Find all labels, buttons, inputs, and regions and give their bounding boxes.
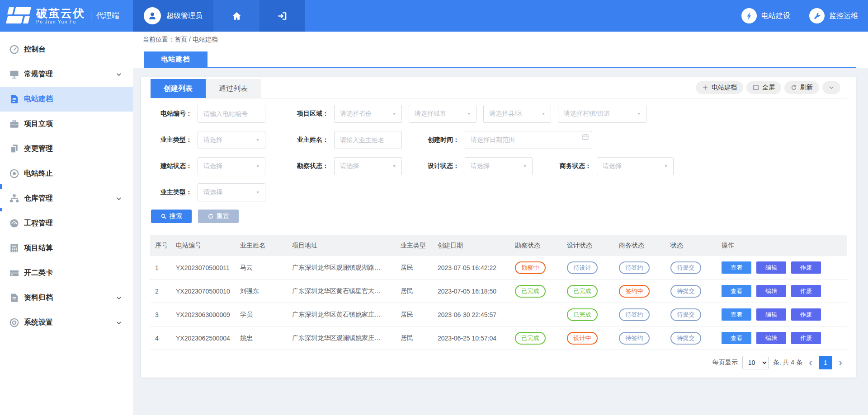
edit-button[interactable]: 编辑: [756, 308, 786, 321]
view-button[interactable]: 查看: [722, 308, 751, 321]
header-quick-links: 电站建设监控运维: [741, 8, 868, 23]
void-button[interactable]: 作废: [791, 261, 821, 274]
cell-owner-type: 居民: [396, 326, 433, 350]
void-button[interactable]: 作废: [791, 332, 821, 344]
filter-region-province-select[interactable]: 请选择省份▼: [334, 105, 402, 123]
view-button[interactable]: 查看: [722, 261, 751, 274]
edit-button[interactable]: 编辑: [756, 261, 786, 274]
caret-down-icon: ▼: [392, 164, 396, 168]
cell-created-date: 2023-06-30 22:45:57: [433, 303, 510, 326]
header-right: 电站建设监控运维: [305, 0, 868, 32]
sidebar-item-archive[interactable]: 电站建档: [0, 87, 133, 112]
filter-owner-name-input[interactable]: [334, 131, 402, 149]
sidebar: 控制台常规管理电站建档项目立项变更管理电站终止仓库管理工程管理项目结算开二类卡资…: [0, 32, 133, 415]
logout-button[interactable]: [259, 0, 305, 32]
sidebar-item-warehouse[interactable]: 仓库管理: [0, 186, 133, 211]
filter-region-town-select[interactable]: 请选择村镇/街道▼: [558, 105, 646, 123]
sidebar-item-label: 电站终止: [24, 169, 53, 178]
filter-owner-type-select[interactable]: 请选择▼: [198, 131, 265, 149]
plus-icon: [702, 84, 708, 91]
status-pill: 待签约: [619, 332, 650, 345]
status-pill: 签约中: [619, 285, 650, 298]
edit-button[interactable]: 编辑: [756, 332, 786, 344]
user-menu[interactable]: 超级管理员: [133, 0, 213, 32]
void-button[interactable]: 作废: [791, 308, 821, 321]
filter-region-county-select[interactable]: 请选择县/区▼: [483, 105, 551, 123]
header-link-label: 监控运维: [829, 11, 858, 21]
sidebar-item-change[interactable]: 变更管理: [0, 136, 133, 161]
view-button[interactable]: 查看: [722, 332, 751, 344]
brand-subtitle: Po Jian Yun Fu: [36, 19, 85, 24]
cell-design-status: 待设计: [562, 256, 614, 280]
cell-survey-status: 已完成: [510, 326, 562, 350]
tab-pass-list[interactable]: 通过列表: [206, 79, 261, 98]
header-link-station-build[interactable]: 电站建设: [741, 8, 790, 23]
refresh-button[interactable]: 刷新: [784, 81, 819, 94]
content-card: 电站建档全屏刷新 创建列表 通过列表 电站编号：项目区域：请选择省份▼请选择城市…: [141, 77, 856, 378]
main: 当前位置：首页 / 电站建档 电站建档 电站建档全屏刷新 创建列表 通过列表 电…: [133, 32, 868, 415]
filter-group-region-city: 请选择城市▼: [409, 105, 476, 123]
stations-table: 序号电站编号业主姓名项目地址业主类型创建日期勘察状态设计状态商务状态状态操作1Y…: [150, 235, 847, 350]
current-page[interactable]: 1: [819, 356, 832, 369]
page-tab[interactable]: 电站建档: [144, 51, 208, 67]
cell-index: 1: [150, 256, 171, 280]
sidebar-item-settlement[interactable]: 项目结算: [0, 236, 133, 261]
sidebar-item-console[interactable]: 控制台: [0, 37, 133, 62]
app-root: 破茧云伏 Po Jian Yun Fu 代理端 超级管理员 电站建设监控运维 控…: [0, 0, 868, 415]
tab-create-list[interactable]: 创建列表: [151, 79, 206, 98]
sidebar-item-label: 项目结算: [24, 243, 53, 253]
cell-status: 待提交: [665, 280, 717, 303]
sidebar-item-general[interactable]: 常规管理: [0, 62, 133, 87]
sidebar-item-files[interactable]: 资料归档: [0, 285, 133, 310]
fullscreen-button[interactable]: 全屏: [746, 81, 781, 94]
page-tab-row: 电站建档: [144, 51, 856, 68]
home-button[interactable]: [213, 0, 259, 32]
filter-group-station-code: 电站编号：: [151, 105, 265, 123]
document-icon: [9, 94, 19, 104]
total-count-label: 条, 共 4 条: [773, 359, 802, 367]
status-pill: 待提交: [670, 332, 701, 345]
sidebar-item-settings[interactable]: 系统设置: [0, 310, 133, 335]
sidebar-item-engineering[interactable]: 工程管理: [0, 211, 133, 236]
cell-station-code: YX2023070500011: [171, 256, 235, 280]
cell-status: 待提交: [665, 326, 717, 350]
column-header: 创建日期: [433, 235, 510, 256]
page-size-select[interactable]: 10: [742, 356, 769, 369]
column-header: 电站编号: [171, 235, 235, 256]
cell-index: 2: [150, 280, 171, 303]
table-row: 2YX2023070500010刘强东广东深圳龙华区黄石镇星官大…居民2023-…: [150, 280, 847, 303]
filter-label: 勘察状态：: [272, 162, 334, 170]
filter-owner-type-2-select[interactable]: 请选择▼: [198, 183, 265, 201]
filter-actions: 搜索 重置: [151, 210, 856, 223]
view-button[interactable]: 查看: [722, 285, 751, 297]
create-station-button[interactable]: 电站建档: [696, 81, 743, 94]
filter-created-range-input[interactable]: 请选择日期范围: [465, 131, 592, 149]
next-page-button[interactable]: ›: [837, 357, 844, 368]
portal-label: 代理端: [91, 10, 119, 21]
reset-button[interactable]: 重置: [198, 210, 239, 223]
filter-station-code-input[interactable]: [198, 105, 265, 123]
brand-text: 破茧云伏 Po Jian Yun Fu: [36, 7, 85, 24]
monitor-icon: [9, 69, 19, 79]
filter-survey-status-select[interactable]: 请选择▼: [334, 157, 402, 175]
filter-build-status-select[interactable]: 请选择▼: [198, 157, 265, 175]
caret-down-icon: ▼: [256, 190, 260, 195]
cell-index: 4: [150, 326, 171, 350]
sidebar-item-terminate[interactable]: 电站终止: [0, 161, 133, 186]
filter-business-status-select[interactable]: 请选择▼: [597, 157, 674, 175]
sidebar-item-project[interactable]: 项目立项: [0, 112, 133, 136]
table-row: 1YX2023070500011马云广东深圳龙华区观澜镇观湖路…居民2023-0…: [150, 256, 847, 280]
cell-created-date: 2023-06-25 10:57:04: [433, 326, 510, 350]
void-button[interactable]: 作废: [791, 285, 821, 297]
search-button[interactable]: 搜索: [151, 210, 192, 223]
filter-design-status-select[interactable]: 请选择▼: [465, 157, 533, 175]
header-link-monitor-ops[interactable]: 监控运维: [809, 8, 858, 23]
filter-region-city-select[interactable]: 请选择城市▼: [409, 105, 476, 123]
search-button-label: 搜索: [170, 212, 182, 220]
edit-button[interactable]: 编辑: [756, 285, 786, 297]
prev-page-button[interactable]: ‹: [807, 357, 814, 368]
status-pill: 待提交: [670, 285, 701, 298]
toolbar-button-label: 刷新: [800, 84, 813, 92]
collapse-button[interactable]: [822, 81, 840, 94]
sidebar-item-card[interactable]: 开二类卡: [0, 261, 133, 285]
